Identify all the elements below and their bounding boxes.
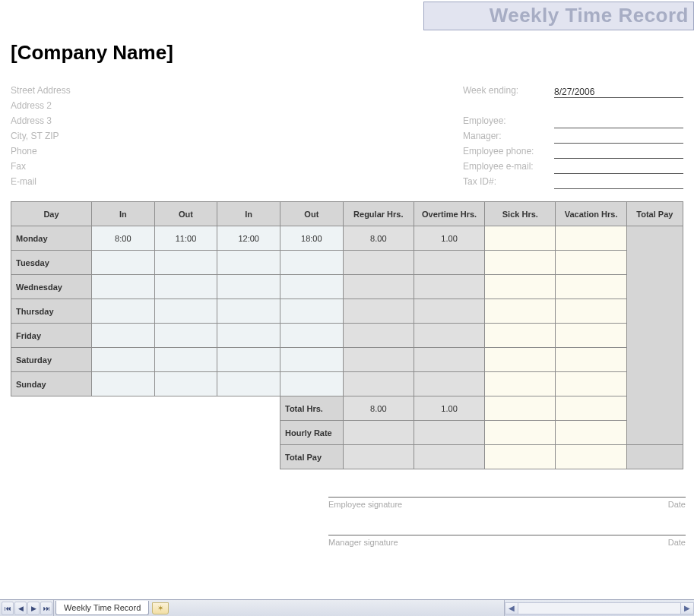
total-pay-sick[interactable] bbox=[485, 445, 556, 469]
header-out-1: Out bbox=[154, 202, 217, 226]
document-title: Weekly Time Record bbox=[423, 2, 694, 30]
time-in-2-cell[interactable] bbox=[217, 348, 280, 372]
time-in-2-cell[interactable] bbox=[217, 324, 280, 348]
hourly-rate-vacation[interactable] bbox=[556, 421, 626, 445]
time-in-2-cell[interactable] bbox=[217, 251, 280, 275]
time-out-1-cell[interactable] bbox=[154, 372, 217, 396]
worksheet-tab[interactable]: Weekly Time Record bbox=[55, 601, 149, 615]
time-in-1-cell[interactable] bbox=[91, 324, 154, 348]
regular-hrs-cell[interactable] bbox=[343, 372, 414, 396]
company-name[interactable]: [Company Name] bbox=[11, 41, 683, 65]
vacation-hrs-cell[interactable] bbox=[556, 348, 626, 372]
employee-phone-label: Employee phone: bbox=[463, 144, 554, 159]
sick-hrs-cell[interactable] bbox=[485, 251, 556, 275]
total-overtime-hrs[interactable]: 1.00 bbox=[414, 396, 484, 421]
time-out-2-cell[interactable] bbox=[280, 275, 344, 299]
time-out-1-cell[interactable]: 11:00 bbox=[154, 226, 217, 251]
total-pay-regular[interactable] bbox=[343, 445, 414, 469]
manager-value[interactable] bbox=[554, 130, 683, 144]
hourly-rate-overtime[interactable] bbox=[414, 421, 484, 445]
total-vacation-hrs[interactable] bbox=[556, 396, 626, 421]
employee-phone-value[interactable] bbox=[554, 145, 683, 159]
overtime-hrs-cell[interactable] bbox=[414, 275, 484, 299]
time-out-2-cell[interactable] bbox=[280, 348, 344, 372]
vacation-hrs-cell[interactable] bbox=[556, 251, 626, 275]
time-out-2-cell[interactable] bbox=[280, 299, 344, 324]
time-in-2-cell[interactable] bbox=[217, 372, 280, 396]
employee-email-value[interactable] bbox=[554, 160, 683, 174]
time-in-2-cell[interactable] bbox=[217, 299, 280, 324]
new-sheet-icon[interactable]: ✶ bbox=[152, 602, 169, 614]
vacation-hrs-cell[interactable] bbox=[556, 299, 626, 324]
tab-nav-first-icon[interactable]: ⏮ bbox=[2, 602, 14, 615]
sick-hrs-cell[interactable] bbox=[485, 226, 556, 251]
total-pay-cell bbox=[626, 372, 683, 396]
regular-hrs-cell[interactable] bbox=[343, 299, 414, 324]
total-pay-vacation[interactable] bbox=[556, 445, 626, 469]
hourly-rate-regular[interactable] bbox=[343, 421, 414, 445]
regular-hrs-cell[interactable] bbox=[343, 275, 414, 299]
time-out-2-cell[interactable] bbox=[280, 372, 344, 396]
overtime-hrs-cell[interactable]: 1.00 bbox=[414, 226, 484, 251]
vacation-hrs-cell[interactable] bbox=[556, 324, 626, 348]
total-regular-hrs[interactable]: 8.00 bbox=[343, 396, 414, 421]
regular-hrs-cell[interactable]: 8.00 bbox=[343, 226, 414, 251]
total-sick-hrs[interactable] bbox=[485, 396, 556, 421]
time-out-1-cell[interactable] bbox=[154, 251, 217, 275]
tab-nav-next-icon[interactable]: ▶ bbox=[27, 602, 40, 615]
company-address-block[interactable]: Street Address Address 2 Address 3 City,… bbox=[11, 83, 463, 189]
employee-value[interactable] bbox=[554, 115, 683, 128]
time-in-1-cell[interactable] bbox=[91, 251, 154, 275]
scroll-left-icon[interactable]: ◀ bbox=[505, 602, 518, 614]
time-out-2-cell[interactable] bbox=[280, 251, 344, 275]
time-out-1-cell[interactable] bbox=[154, 348, 217, 372]
vacation-hrs-cell[interactable] bbox=[556, 275, 626, 299]
time-out-2-cell[interactable] bbox=[280, 324, 344, 348]
manager-signature-line[interactable]: Manager signature Date bbox=[328, 535, 686, 547]
hourly-rate-sick[interactable] bbox=[485, 421, 556, 445]
vacation-hrs-cell[interactable] bbox=[556, 372, 626, 396]
sick-hrs-cell[interactable] bbox=[485, 299, 556, 324]
sick-hrs-cell[interactable] bbox=[485, 372, 556, 396]
time-out-1-cell[interactable] bbox=[154, 299, 217, 324]
time-in-2-cell[interactable]: 12:00 bbox=[217, 226, 280, 251]
grand-total-pay[interactable] bbox=[626, 445, 683, 469]
table-row: Sunday bbox=[11, 372, 683, 396]
time-in-1-cell[interactable] bbox=[91, 372, 154, 396]
overtime-hrs-cell[interactable] bbox=[414, 299, 484, 324]
time-out-2-cell[interactable]: 18:00 bbox=[280, 226, 344, 251]
vacation-hrs-cell[interactable] bbox=[556, 226, 626, 251]
total-pay-overtime[interactable] bbox=[414, 445, 484, 469]
regular-hrs-cell[interactable] bbox=[343, 251, 414, 275]
employee-signature-line[interactable]: Employee signature Date bbox=[328, 497, 686, 509]
week-meta-block: Week ending:8/27/2006 Employee: Manager:… bbox=[463, 83, 683, 189]
table-row: Friday bbox=[11, 324, 683, 348]
week-ending-value[interactable]: 8/27/2006 bbox=[554, 84, 683, 98]
employee-email-label: Employee e-mail: bbox=[463, 159, 554, 174]
scroll-track[interactable] bbox=[518, 602, 680, 614]
overtime-hrs-cell[interactable] bbox=[414, 251, 484, 275]
day-cell: Friday bbox=[11, 324, 92, 348]
tab-nav-prev-icon[interactable]: ◀ bbox=[14, 602, 27, 615]
time-in-1-cell[interactable] bbox=[91, 299, 154, 324]
scroll-right-icon[interactable]: ▶ bbox=[680, 602, 694, 614]
horizontal-scrollbar[interactable]: ◀ ▶ bbox=[504, 600, 694, 616]
time-in-1-cell[interactable] bbox=[91, 348, 154, 372]
regular-hrs-cell[interactable] bbox=[343, 348, 414, 372]
sick-hrs-cell[interactable] bbox=[485, 324, 556, 348]
overtime-hrs-cell[interactable] bbox=[414, 324, 484, 348]
time-in-1-cell[interactable] bbox=[91, 275, 154, 299]
time-in-1-cell[interactable]: 8:00 bbox=[91, 226, 154, 251]
time-in-2-cell[interactable] bbox=[217, 275, 280, 299]
regular-hrs-cell[interactable] bbox=[343, 324, 414, 348]
tab-nav-last-icon[interactable]: ⏭ bbox=[40, 602, 52, 615]
tax-id-value[interactable] bbox=[554, 175, 683, 189]
sick-hrs-cell[interactable] bbox=[485, 348, 556, 372]
time-record-table[interactable]: Day In Out In Out Regular Hrs. Overtime … bbox=[11, 201, 683, 469]
time-out-1-cell[interactable] bbox=[154, 275, 217, 299]
overtime-hrs-cell[interactable] bbox=[414, 372, 484, 396]
sick-hrs-cell[interactable] bbox=[485, 275, 556, 299]
time-out-1-cell[interactable] bbox=[154, 324, 217, 348]
overtime-hrs-cell[interactable] bbox=[414, 348, 484, 372]
summary-total-pay-row: Total Pay bbox=[11, 445, 683, 469]
